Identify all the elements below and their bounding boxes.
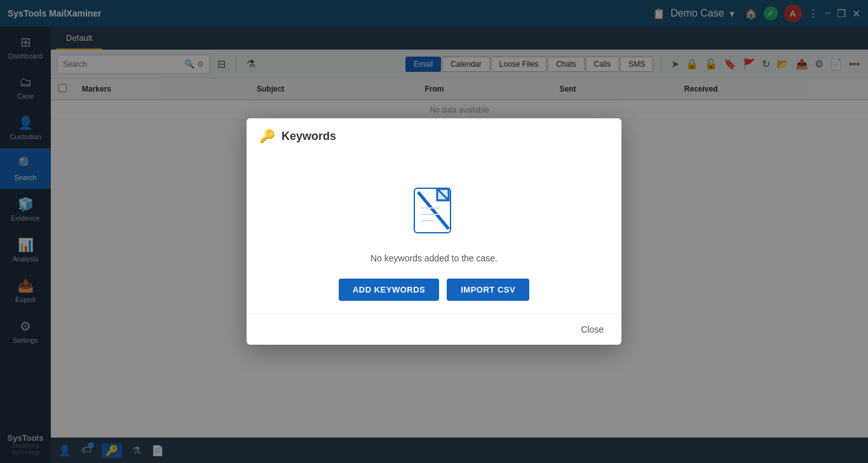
add-keywords-btn[interactable]: ADD KEYWORDS (339, 279, 439, 301)
no-keywords-text: No keywords added to the case. (370, 253, 498, 263)
keywords-modal: 🔑 Keywords No (247, 118, 621, 345)
no-keywords-illustration (402, 179, 466, 243)
modal-footer: Close (247, 314, 621, 345)
modal-header: 🔑 Keywords (247, 118, 621, 154)
modal-body: No keywords added to the case. ADD KEYWO… (247, 154, 621, 314)
import-csv-btn[interactable]: IMPORT CSV (447, 279, 529, 301)
modal-key-icon: 🔑 (259, 128, 275, 144)
modal-overlay[interactable]: 🔑 Keywords No (0, 0, 868, 463)
modal-title: Keywords (281, 130, 336, 143)
modal-close-btn[interactable]: Close (576, 322, 609, 337)
modal-action-buttons: ADD KEYWORDS IMPORT CSV (339, 279, 529, 301)
